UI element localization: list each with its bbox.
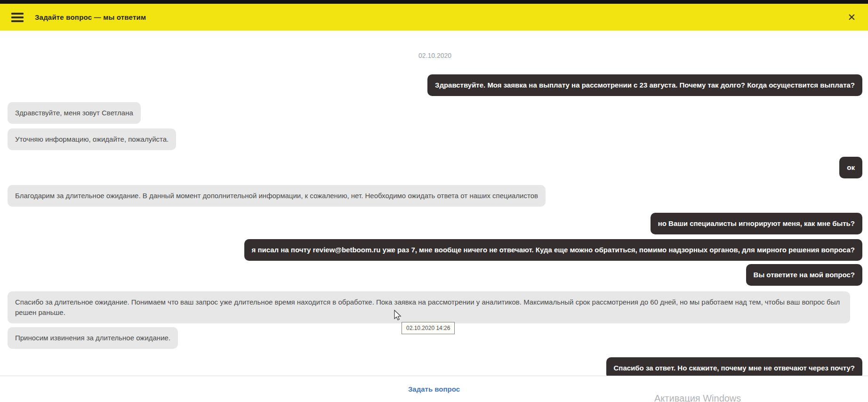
support-message: Здравствуйте, меня зовут Светлана — [8, 102, 141, 124]
chat-header: Задайте вопрос — мы ответим ✕ — [0, 4, 868, 31]
mouse-cursor — [394, 310, 404, 323]
timestamp-tooltip: 02.10.2020 14:26 — [402, 322, 455, 334]
user-message: Здравствуйте. Моя заявка на выплату на р… — [427, 74, 862, 96]
support-message: Приносим извинения за длительное ожидани… — [8, 327, 178, 349]
user-message: Вы ответите на мой вопрос? — [746, 264, 862, 286]
hamburger-menu-icon[interactable] — [11, 13, 24, 22]
support-message: Уточняю информацию, ожидайте, пожалуйста… — [8, 129, 176, 150]
close-icon[interactable]: ✕ — [847, 12, 856, 22]
footer-bar: Задать вопрос — [0, 376, 868, 402]
user-message: но Ваши специалисты игнорируют меня, как… — [651, 213, 862, 234]
header-title: Задайте вопрос — мы ответим — [35, 13, 146, 21]
date-separator: 02.10.2020 — [418, 51, 451, 60]
support-message: Благодарим за длительное ожидание. В дан… — [8, 185, 546, 207]
user-message: я писал на почту review@betboom.ru уже р… — [244, 239, 863, 261]
user-message: ок — [839, 157, 862, 178]
ask-question-button[interactable]: Задать вопрос — [408, 385, 460, 393]
top-dark-strip — [0, 0, 868, 4]
support-message: Спасибо за длительное ожидание. Понимаем… — [8, 291, 850, 323]
